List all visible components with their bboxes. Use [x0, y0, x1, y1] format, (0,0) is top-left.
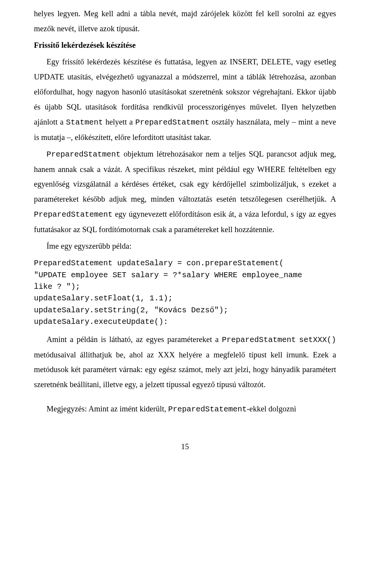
- heading-frissito: Frissítő lekérdezések készítése: [34, 38, 336, 53]
- text: Egy frissítő lekérdezés készítése és fut…: [34, 57, 336, 126]
- paragraph-6: Megjegyzés: Amint az imént kiderült, Pre…: [34, 401, 336, 417]
- paragraph-4: Íme egy egyszerűbb példa:: [34, 239, 336, 254]
- text: metódusaival állíthatjuk be, ahol az XXX…: [34, 350, 336, 389]
- paragraph-2: Egy frissítő lekérdezés készítése és fut…: [34, 54, 336, 145]
- code-inline: PreparedStatement: [34, 210, 113, 219]
- heading-text: Frissítő lekérdezések készítése: [34, 41, 136, 49]
- text: [296, 335, 299, 344]
- code-text: PreparedStatement updateSalary = con.pre…: [34, 259, 302, 326]
- code-inline: PreparedStatment: [222, 335, 296, 344]
- code-inline: PreparedStatment: [135, 118, 209, 127]
- page: helyes legyen. Meg kell adni a tábla nev…: [0, 0, 370, 588]
- text: Megjegyzés: Amint az imént kiderült,: [47, 404, 168, 413]
- text: helyett a: [103, 118, 135, 126]
- text: helyes legyen. Meg kell adni a tábla nev…: [34, 9, 336, 33]
- paragraph-1: helyes legyen. Meg kell adni a tábla nev…: [34, 6, 336, 36]
- code-inline: PreparedStatement: [168, 405, 247, 414]
- page-number: 15: [34, 439, 336, 454]
- page-number-value: 15: [181, 442, 189, 451]
- paragraph-5: Amint a példán is látható, az egyes para…: [34, 332, 336, 393]
- code-inline: Statment: [66, 118, 103, 127]
- code-block-example: PreparedStatement updateSalary = con.pre…: [34, 258, 336, 328]
- code-inline: setXXX(): [299, 335, 336, 344]
- text: Amint a példán is látható, az egyes para…: [47, 335, 222, 344]
- text: -ekkel dolgozni: [247, 404, 296, 413]
- text: Íme egy egyszerűbb példa:: [47, 242, 131, 250]
- code-inline: PreparedStatment: [47, 150, 121, 159]
- paragraph-3: PreparedStatment objektum létrehozásakor…: [34, 147, 336, 238]
